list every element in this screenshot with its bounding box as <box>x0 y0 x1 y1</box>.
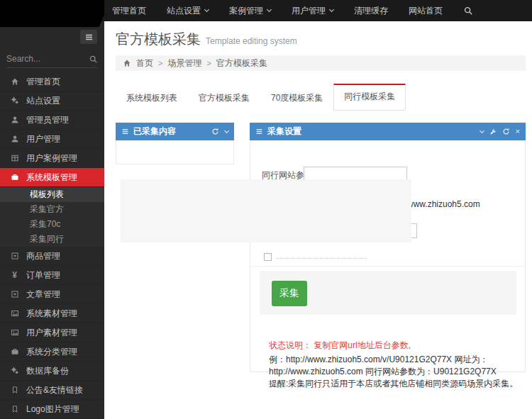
collapse-chevron-icon[interactable] <box>480 128 484 133</box>
yen-icon: ¥ <box>10 270 19 280</box>
reminder-text: 提醒:采集同行只适用于本店或者其他店铺相同类源码场景内采集。 <box>269 378 519 390</box>
tab-official-template-collect[interactable]: 官方模板采集 <box>188 86 260 111</box>
form-footer: 采集 <box>260 271 516 315</box>
sidebar-item-admin-home[interactable]: 管理首页 <box>0 72 104 91</box>
search-icon[interactable] <box>463 6 473 16</box>
sidebar-item-site-settings[interactable]: 站点设置 <box>0 91 104 111</box>
sidebar-item-user-material-management[interactable]: 用户素材管理 <box>0 323 104 342</box>
topnav-item-site-home[interactable]: 网站首页 <box>409 5 443 17</box>
home-icon <box>10 77 19 86</box>
collapse-chevron-icon[interactable] <box>224 128 229 133</box>
sidebar-item-user-case-management[interactable]: 用户案例管理 <box>0 149 104 168</box>
briefcase-icon <box>10 173 19 181</box>
collect-button[interactable]: 采集 <box>272 281 307 306</box>
collected-content-body <box>116 140 234 164</box>
sidebar-subitem-collect-peer[interactable]: 采集同行 <box>0 232 104 247</box>
breadcrumb: 首页 > 场景管理 > 官方模板采集 <box>116 55 526 71</box>
briefcase-icon <box>10 347 19 356</box>
sidebar-subitem-collect-official[interactable]: 采集官方 <box>0 202 104 217</box>
overlay-box <box>121 179 411 242</box>
option-checkbox[interactable] <box>264 253 272 261</box>
list-icon <box>121 128 129 135</box>
refresh-icon[interactable] <box>211 128 219 135</box>
sidebar-subitem-collect-70c[interactable]: 采集70c <box>0 217 104 232</box>
topnav-item-clear-cache[interactable]: 清理缓存 <box>354 5 388 17</box>
form-divider <box>250 266 525 267</box>
sidebar-item-system-category-management[interactable]: 系统分类管理 <box>0 342 104 362</box>
cogs-icon <box>10 367 19 375</box>
sidebar-item-product-management[interactable]: 商品管理 <box>0 247 104 266</box>
sidebar-search <box>6 54 98 68</box>
page-subtitle: Template editing system <box>206 36 297 46</box>
sidebar-item-article-management[interactable]: 文章管理 <box>0 285 104 304</box>
breadcrumb-separator: > <box>158 59 162 67</box>
example-text: 例：http://www.zhizuoh5.com/v/U90121G2Q77X… <box>269 354 519 378</box>
chevron-down-icon <box>267 6 272 11</box>
refresh-icon[interactable] <box>502 128 510 135</box>
image-icon <box>10 328 19 337</box>
tab-70-template-collect[interactable]: 70度模板采集 <box>260 86 333 111</box>
sidebar-item-system-template-management[interactable]: 系统模板管理 <box>0 168 104 187</box>
sidebar-item-user-management[interactable]: 用户管理 <box>0 130 104 149</box>
sidebar-item-administrator-management[interactable]: 管理员管理 <box>0 111 104 130</box>
checkbox-caption-text <box>277 258 367 259</box>
cogs-icon <box>10 96 19 105</box>
panel-title: 已采集内容 <box>133 125 176 138</box>
collected-content-panel: 已采集内容 <box>116 123 234 164</box>
sidebar-toggle-button[interactable] <box>80 30 97 44</box>
caret-square-icon <box>10 290 19 298</box>
page-title: 官方模板采集 <box>116 30 201 49</box>
sidebar-menu: 管理首页 站点设置 管理员管理 用户管理 用户案例管理 系统模板管理 模板列表 … <box>0 72 104 419</box>
caret-square-icon <box>10 252 19 260</box>
tab-peer-template-collect[interactable]: 同行模板采集 <box>333 84 406 111</box>
search-icon[interactable] <box>89 55 98 64</box>
status-note: 状态说明： 复制官网url地址后台参数, <box>269 340 411 352</box>
breadcrumb-home-link[interactable]: 首页 <box>136 57 153 69</box>
main-content: 官方模板采集 Template editing system 首页 > 场景管理… <box>104 21 532 419</box>
list-icon <box>255 128 263 135</box>
tab-system-template-list[interactable]: 系统模板列表 <box>116 86 188 111</box>
chevron-down-icon <box>204 6 209 11</box>
user-icon <box>10 116 19 124</box>
sidebar-search-input[interactable] <box>6 54 89 64</box>
close-icon[interactable]: × <box>516 128 520 135</box>
tab-bar: 系统模板列表 官方模板采集 70度模板采集 同行模板采集 <box>116 84 406 111</box>
sidebar-item-system-material-management[interactable]: 系统素材管理 <box>0 304 104 323</box>
breadcrumb-separator: > <box>206 59 211 67</box>
breadcrumb-current: 官方模板采集 <box>216 57 267 69</box>
breadcrumb-scene-link[interactable]: 场景管理 <box>167 57 201 69</box>
help-text-block: 例：http://www.zhizuoh5.com/v/U90121G2Q77X… <box>269 354 519 390</box>
sidebar-item-database-backup[interactable]: 数据库备份 <box>0 362 104 381</box>
user-icon <box>10 135 19 143</box>
collect-settings-panel: 采集设置 × 同行网站参数: www.zhizuoh5.com 采集 状态说明：… <box>250 123 526 372</box>
site-url-text: www.zhizuoh5.com <box>407 199 480 209</box>
chevron-down-icon <box>329 6 334 11</box>
bookmark-icon <box>10 386 19 394</box>
sidebar-item-logo-image-management[interactable]: Logo图片管理 <box>0 400 104 419</box>
logo-block <box>0 0 104 27</box>
topnav-item-site-settings[interactable]: 站点设置 <box>167 5 209 17</box>
panel-title: 采集设置 <box>267 125 301 138</box>
sidebar-subitem-template-list[interactable]: 模板列表 <box>0 187 104 202</box>
topnav-item-user-management[interactable]: 用户管理 <box>292 5 333 17</box>
sidebar-item-announcement-links[interactable]: 公告&友情链接 <box>0 381 104 400</box>
sidebar: 管理首页 站点设置 管理员管理 用户管理 用户案例管理 系统模板管理 模板列表 … <box>0 21 104 419</box>
bookmark-icon <box>10 405 19 413</box>
topnav-item-case-management[interactable]: 案例管理 <box>229 5 271 17</box>
topnav-item-admin-home[interactable]: 管理首页 <box>112 5 146 17</box>
image-icon <box>10 309 19 318</box>
sidebar-submenu: 模板列表 采集官方 采集70c 采集同行 <box>0 187 104 247</box>
wrench-icon[interactable] <box>489 128 497 135</box>
home-icon <box>123 59 131 67</box>
table-icon <box>10 154 19 162</box>
sidebar-item-order-management[interactable]: ¥订单管理 <box>0 266 104 285</box>
